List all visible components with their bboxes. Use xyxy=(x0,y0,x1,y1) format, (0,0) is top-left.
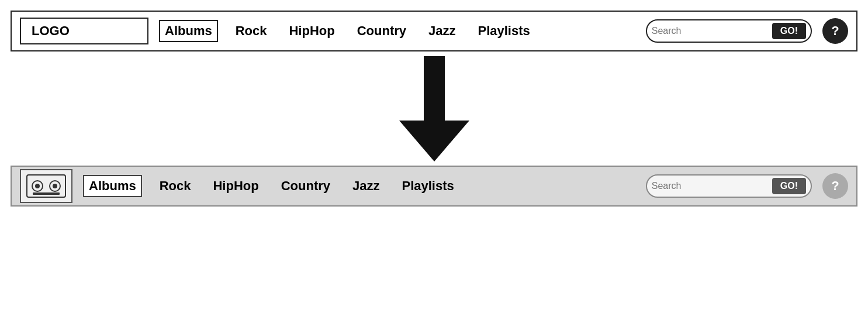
bottom-navbar: Albums Rock HipHop Country Jazz Playlist… xyxy=(11,166,857,207)
top-nav-hiphop[interactable]: HipHop xyxy=(284,21,339,41)
bottom-nav-playlists[interactable]: Playlists xyxy=(397,176,459,196)
top-search-input[interactable] xyxy=(652,26,769,36)
down-arrow-icon xyxy=(399,56,469,161)
bottom-nav-rock[interactable]: Rock xyxy=(155,176,196,196)
bottom-search-input[interactable] xyxy=(652,181,769,191)
svg-rect-0 xyxy=(424,56,445,121)
top-logo-text: LOGO xyxy=(32,23,70,39)
bottom-nav-albums[interactable]: Albums xyxy=(83,175,142,197)
bottom-logo-image xyxy=(20,169,72,203)
top-nav-playlists[interactable]: Playlists xyxy=(473,21,535,41)
bottom-nav-country[interactable]: Country xyxy=(276,176,335,196)
bottom-nav-links: Albums Rock HipHop Country Jazz Playlist… xyxy=(83,175,635,197)
svg-point-4 xyxy=(35,184,40,188)
top-help-button[interactable]: ? xyxy=(822,18,848,44)
top-nav-jazz[interactable]: Jazz xyxy=(424,21,460,41)
bottom-search-area: GO! xyxy=(646,174,812,198)
bottom-nav-jazz[interactable]: Jazz xyxy=(348,176,384,196)
top-nav-country[interactable]: Country xyxy=(352,21,411,41)
top-logo: LOGO xyxy=(20,18,148,44)
top-navbar: LOGO Albums Rock HipHop Country Jazz Pla… xyxy=(11,11,857,51)
logo-cassette-icon xyxy=(26,174,67,198)
svg-rect-7 xyxy=(33,192,60,195)
arrow-section xyxy=(0,51,868,166)
svg-marker-1 xyxy=(399,121,469,161)
bottom-nav-hiphop[interactable]: HipHop xyxy=(208,176,263,196)
top-nav-rock[interactable]: Rock xyxy=(231,21,272,41)
top-go-button[interactable]: GO! xyxy=(772,23,806,39)
bottom-help-button[interactable]: ? xyxy=(822,173,848,199)
top-nav-albums[interactable]: Albums xyxy=(159,20,218,42)
top-nav-links: Albums Rock HipHop Country Jazz Playlist… xyxy=(159,20,635,42)
bottom-go-button[interactable]: GO! xyxy=(772,178,806,194)
svg-point-6 xyxy=(53,184,57,188)
top-search-area: GO! xyxy=(646,19,812,43)
